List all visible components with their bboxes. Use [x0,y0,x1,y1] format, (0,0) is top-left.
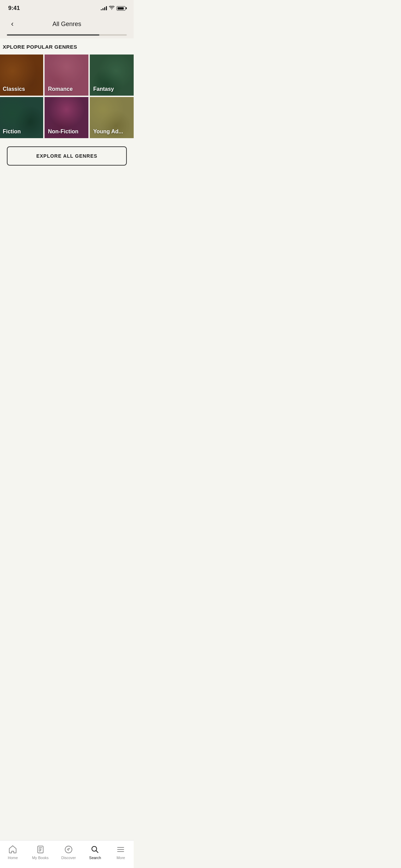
main-content: XPLORE POPULAR GENRES Classics Romance F… [0,38,134,174]
genre-tile-nonfiction[interactable]: Non-Fiction [45,97,88,138]
wifi-icon [109,5,114,11]
status-bar: 9:41 [0,0,134,14]
back-arrow-icon: ‹ [11,20,13,28]
back-button[interactable]: ‹ [7,19,18,29]
genre-grid: Classics Romance Fantasy Fiction Non-Fic… [0,55,134,138]
progress-bar [7,34,127,36]
genre-label-romance: Romance [48,86,73,92]
genre-tile-youngadult[interactable]: Young Ad... [90,97,134,138]
genre-label-nonfiction: Non-Fiction [48,129,78,135]
empty-space [0,174,134,311]
status-icons [101,5,125,11]
page-title: All Genres [52,21,81,28]
genre-label-fiction: Fiction [3,129,21,135]
section-title: XPLORE POPULAR GENRES [0,44,134,55]
genre-tile-fantasy[interactable]: Fantasy [90,55,134,96]
genre-label-fantasy: Fantasy [93,86,114,92]
explore-all-genres-button[interactable]: EXPLORE ALL GENRES [7,146,127,166]
page-header: ‹ All Genres [0,14,134,34]
signal-icon [101,6,107,10]
genre-tile-fiction[interactable]: Fiction [0,97,43,138]
genre-tile-classics[interactable]: Classics [0,55,43,96]
bottom-padding [0,311,134,345]
battery-icon [117,6,125,11]
genre-tile-romance[interactable]: Romance [45,55,88,96]
status-time: 9:41 [8,5,20,12]
genre-label-youngadult: Young Ad... [93,129,123,135]
explore-button-container: EXPLORE ALL GENRES [0,138,134,174]
genre-label-classics: Classics [3,86,25,92]
progress-bar-fill [7,34,99,36]
progress-section [0,34,134,38]
